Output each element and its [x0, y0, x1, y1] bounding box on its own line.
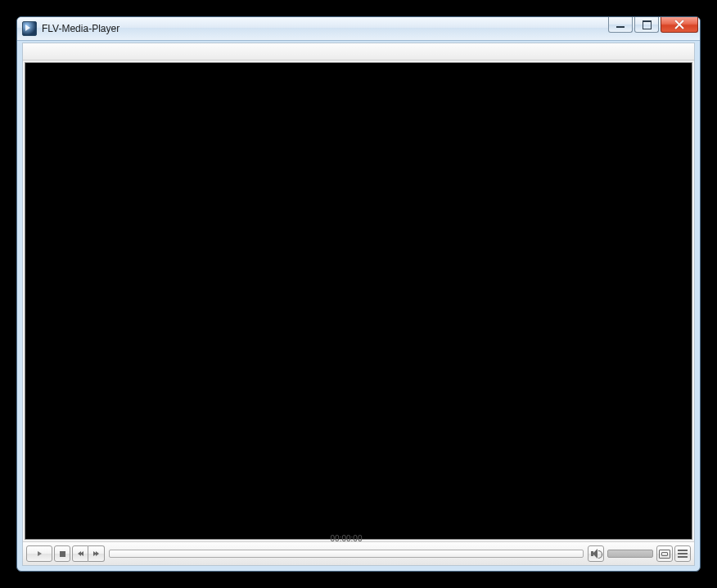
- play-icon: [38, 551, 42, 556]
- playlist-icon: [678, 550, 688, 558]
- app-icon: [22, 21, 37, 36]
- playback-controls: 00:00:00: [23, 541, 694, 565]
- previous-icon: [78, 551, 83, 556]
- play-button[interactable]: [26, 545, 52, 562]
- titlebar[interactable]: FLV-Media-Player: [17, 17, 700, 41]
- video-canvas[interactable]: [25, 62, 692, 540]
- minimize-button[interactable]: [608, 17, 633, 33]
- next-icon: [93, 551, 99, 556]
- maximize-button[interactable]: [634, 17, 659, 33]
- close-button[interactable]: [661, 17, 698, 33]
- app-window: FLV-Media-Player: [16, 16, 701, 572]
- window-title: FLV-Media-Player: [42, 23, 607, 34]
- fullscreen-button[interactable]: [656, 545, 673, 562]
- time-display: 00:00:00: [109, 534, 584, 543]
- previous-button[interactable]: [72, 545, 88, 562]
- seek-track[interactable]: [109, 550, 584, 558]
- mute-button[interactable]: [588, 545, 604, 562]
- window-controls: [607, 17, 700, 40]
- maximize-icon: [643, 20, 652, 29]
- next-button[interactable]: [88, 545, 105, 562]
- seek-step-group: [72, 545, 105, 562]
- playlist-button[interactable]: [674, 545, 691, 562]
- minimize-icon: [616, 26, 625, 28]
- stop-icon: [60, 551, 65, 557]
- menubar[interactable]: [23, 43, 694, 61]
- volume-slider[interactable]: [607, 550, 653, 558]
- seek-bar[interactable]: 00:00:00: [109, 545, 584, 562]
- stop-button[interactable]: [54, 545, 70, 562]
- fullscreen-icon: [659, 550, 670, 559]
- client-area: 00:00:00: [22, 43, 695, 566]
- close-icon: [674, 20, 684, 29]
- speaker-icon: [591, 549, 601, 559]
